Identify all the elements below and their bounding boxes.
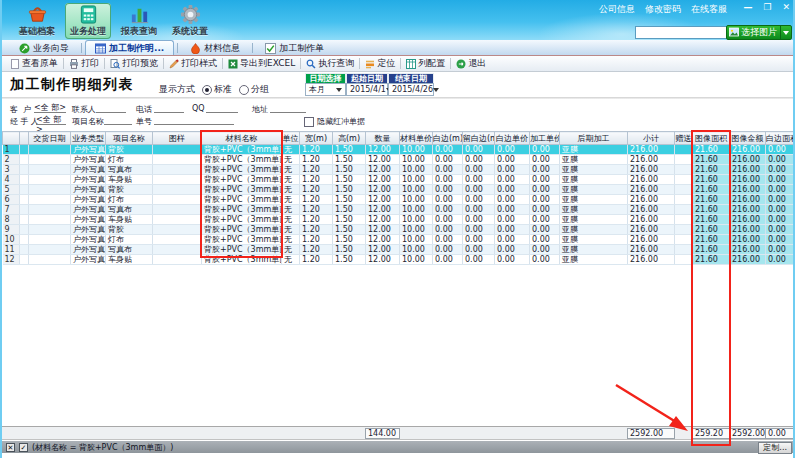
date-filter-dropdown[interactable]: 本月 (305, 83, 346, 96)
customize-filter-button[interactable]: 定制... (758, 442, 792, 454)
table-row[interactable]: 8户外写真车身贴背胶+PVC（3mm单面）无1.201.5012.0010.00… (3, 215, 795, 225)
maximize-button[interactable]: ❐ (763, 2, 771, 12)
cell: 0.00 (433, 225, 463, 235)
table-row[interactable]: 6户外写真灯布背胶+PVC（3mm单面）无1.201.5012.0010.000… (3, 195, 795, 205)
table-row[interactable]: 9户外写真背胶背胶+PVC（3mm单面）无1.201.5012.0010.000… (3, 225, 795, 235)
minimize-button[interactable]: — (743, 2, 752, 12)
col-header-17[interactable]: 小计 (628, 132, 675, 145)
toolbar-print[interactable]: 打印 (65, 57, 103, 70)
cell: 1.50 (333, 185, 366, 195)
toolbar-print-style[interactable]: 打印样式 (165, 57, 221, 70)
form-field-1-1[interactable] (96, 102, 126, 113)
cell: 0.00 (530, 175, 560, 185)
col-header-8[interactable]: 宽(m) (300, 132, 333, 145)
close-button[interactable]: ✕ (782, 2, 790, 12)
form-field-2-2[interactable] (154, 114, 234, 125)
cell: 1.50 (333, 245, 366, 255)
col-header-6[interactable]: 材料名称 (202, 132, 282, 145)
col-header-21[interactable]: 白边面积 (766, 132, 795, 145)
remove-filter-icon[interactable]: ✕ (6, 443, 15, 452)
table-row[interactable]: 5户外写真背胶背胶+PVC（3mm单面）无1.201.5012.0010.000… (3, 185, 795, 195)
cell: 户外写真 (71, 205, 106, 215)
col-header-5[interactable]: 图样 (153, 132, 202, 145)
pick-image-dropdown[interactable] (780, 26, 789, 39)
col-header-18[interactable]: 赠送 (675, 132, 693, 145)
col-header-11[interactable]: 材料单价 (400, 132, 433, 145)
form-field-1-2[interactable] (154, 102, 184, 113)
col-header-0[interactable] (3, 132, 20, 145)
date-filter-dropdown[interactable]: 2015/4/1 (346, 83, 388, 96)
col-header-1[interactable] (20, 132, 29, 145)
col-header-3[interactable]: 业务类型 (71, 132, 106, 145)
col-header-16[interactable]: 后期加工 (560, 132, 628, 145)
toolbar-view-original[interactable]: 查看原单 (6, 57, 62, 70)
table-row[interactable]: 3户外写真写真布背胶+PVC（3mm单面）无1.201.5012.0010.00… (3, 165, 795, 175)
col-header-10[interactable]: 数量 (366, 132, 400, 145)
toolbar-print-preview[interactable]: 打印预览 (106, 57, 162, 70)
nav-button-gear[interactable]: 系统设置 (167, 3, 213, 39)
col-header-14[interactable]: 白边单价 (495, 132, 530, 145)
pick-image-button[interactable]: 选择图片 (726, 25, 792, 40)
form-label-2-0: 经 手 人 (10, 116, 39, 127)
cell: 21.60 (693, 195, 730, 205)
title-link-1[interactable]: 修改密码 (645, 3, 681, 16)
image-search-input[interactable] (635, 26, 727, 39)
table-row[interactable]: 10户外写真灯布背胶+PVC（3mm单面）无1.201.5012.0010.00… (3, 235, 795, 245)
radio-icon[interactable] (202, 85, 212, 95)
table-row[interactable]: 12户外写真车身贴背胶+PVC（3mm单面）无1.201.5012.0010.0… (3, 255, 795, 265)
nav-button-chart[interactable]: 报表查询 (116, 3, 162, 39)
date-filter-header: 结束日期 (388, 73, 434, 83)
table-row[interactable]: 1户外写真背胶背胶+PVC（3mm单面）无1.201.5012.0010.000… (3, 145, 795, 155)
table-row[interactable]: 2户外写真灯布背胶+PVC（3mm单面）无1.201.5012.0010.000… (3, 155, 795, 165)
table-row[interactable]: 11户外写真写真布背胶+PVC（3mm单面）无1.201.5012.0010.0… (3, 245, 795, 255)
cell: 背胶+PVC（3mm单面） (202, 235, 282, 245)
date-filter-dropdown[interactable]: 2015/4/26 (388, 83, 434, 96)
cell: 12.00 (366, 235, 400, 245)
form-field-1-3[interactable] (206, 102, 238, 113)
form-field-2-1[interactable] (104, 114, 132, 125)
toolbar-export-excel[interactable]: 导出到EXCEL (224, 57, 299, 70)
table-row[interactable]: 4户外写真车身贴背胶+PVC（3mm单面）无1.201.5012.0010.00… (3, 175, 795, 185)
cell: 亚膜 (560, 155, 628, 165)
cell (675, 215, 693, 225)
toolbar-locate[interactable]: 定位 (361, 57, 399, 70)
col-header-20[interactable]: 图像金额 (730, 132, 766, 145)
cell: 0.00 (463, 245, 495, 255)
col-header-9[interactable]: 高(m) (333, 132, 366, 145)
cell: 背胶 (106, 225, 153, 235)
tab-separator (177, 43, 178, 53)
display-mode-option-1[interactable]: 分组 (239, 83, 269, 96)
tab-2[interactable]: 材料信息 (181, 41, 249, 55)
col-header-2[interactable]: 交货日期 (29, 132, 71, 145)
hide-reversed-checkbox[interactable]: 隐藏红冲单据 (304, 116, 365, 127)
tab-3[interactable]: 加工制作单 (256, 41, 333, 55)
form-field-1-4[interactable] (270, 102, 306, 113)
radio-icon[interactable] (239, 85, 249, 95)
form-field-2-0[interactable]: <全 部> (36, 114, 66, 125)
nav-button-calculator[interactable]: 业务处理 (65, 3, 111, 39)
table-row[interactable]: 7户外写真写真布背胶+PVC（3mm单面）无1.201.5012.0010.00… (3, 205, 795, 215)
col-header-13[interactable]: 留白边(m) (463, 132, 495, 145)
col-header-12[interactable]: 白边(m) (433, 132, 463, 145)
cell (29, 145, 71, 155)
toolbar-exit[interactable]: 退出 (452, 57, 490, 70)
tab-0[interactable]: 业务向导 (10, 41, 78, 55)
cell (20, 255, 29, 265)
tab-1[interactable]: 加工制作明... (85, 40, 174, 55)
filter-enabled-checkbox[interactable]: ✓ (19, 443, 28, 452)
toolbar-query[interactable]: 执行查询 (302, 57, 358, 70)
col-header-7[interactable]: 单位 (282, 132, 300, 145)
nav-button-basket[interactable]: 基础档案 (14, 3, 60, 39)
title-link-2[interactable]: 在线客服 (691, 3, 727, 16)
checkbox-icon[interactable] (304, 117, 314, 127)
col-header-15[interactable]: 加工单价 (530, 132, 560, 145)
cell: 0.00 (463, 165, 495, 175)
col-header-19[interactable]: 图像面积 (693, 132, 730, 145)
cell (29, 225, 71, 235)
cell: 0.00 (463, 255, 495, 265)
col-header-4[interactable]: 项目名称 (106, 132, 153, 145)
form-field-1-0[interactable]: <全 部> (34, 102, 66, 113)
display-mode-option-0[interactable]: 标准 (202, 83, 232, 96)
toolbar-column-config[interactable]: 列配置 (402, 57, 449, 70)
title-link-0[interactable]: 公司信息 (599, 3, 635, 16)
